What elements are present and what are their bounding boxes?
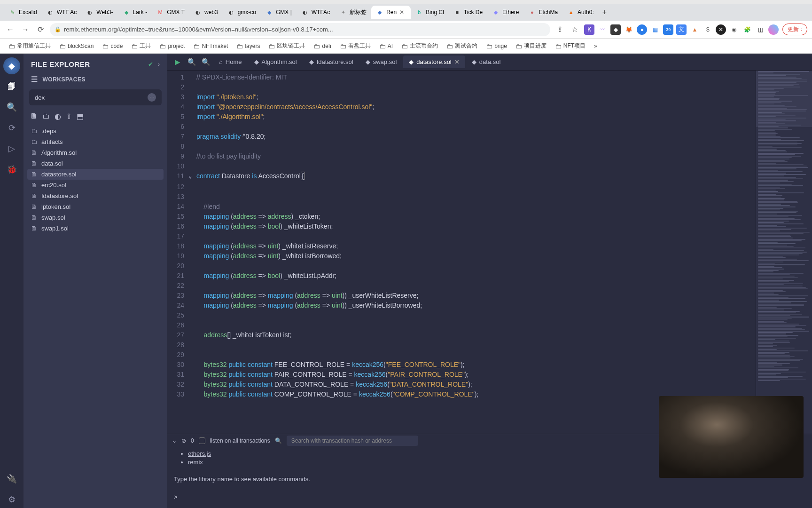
file-explorer-icon[interactable]: 🗐 — [3, 78, 20, 95]
extension-icon[interactable]: K — [584, 24, 594, 35]
workspace-menu-icon[interactable]: ⋯ — [148, 93, 156, 102]
extension-icon[interactable]: ▦ — [650, 24, 660, 35]
extension-icon[interactable]: 🦊 — [624, 24, 634, 35]
listen-checkbox[interactable] — [199, 437, 205, 444]
bookmark-item[interactable]: 🗀主流币合约 — [398, 40, 442, 52]
deploy-icon[interactable]: ▷ — [3, 140, 20, 157]
bookmark-star-icon[interactable]: ☆ — [569, 24, 580, 35]
zoom-in-icon[interactable]: 🔍 — [199, 56, 212, 69]
extension-icon[interactable]: ● — [637, 24, 647, 35]
close-icon[interactable]: ✕ — [399, 9, 406, 16]
bookmark-item[interactable]: 🗀看盘工具 — [336, 40, 375, 52]
extension-icon[interactable]: ◆ — [610, 24, 621, 35]
browser-update-button[interactable]: 更新 : — [782, 24, 807, 35]
tree-item[interactable]: 🗎Idatastore.sol — [27, 190, 164, 201]
minimap[interactable] — [756, 71, 812, 434]
tree-item[interactable]: 🗎Algorithm.sol — [27, 147, 164, 158]
tree-item[interactable]: 🗎datastore.sol — [27, 169, 164, 180]
editor-tab[interactable]: ◆Algorithm.sol — [249, 56, 303, 68]
editor-tab[interactable]: ◆swap.sol — [360, 56, 403, 68]
terminal-clear-icon[interactable]: ⊘ — [181, 437, 186, 444]
browser-tab[interactable]: ▲Auth0: — [562, 6, 599, 19]
bookmark-item[interactable]: 🗀AI — [375, 40, 397, 52]
browser-tab[interactable]: ◐web3 — [189, 6, 223, 19]
browser-tab[interactable]: ◐Web3- — [81, 6, 117, 19]
bookmark-item[interactable]: 🗀区块链工具 — [265, 40, 309, 52]
settings-icon[interactable]: ⚙ — [3, 491, 20, 508]
sidepanel-icon[interactable]: ◫ — [755, 24, 765, 35]
editor-tab[interactable]: ◆data.sol — [466, 56, 507, 68]
nav-reload-button[interactable]: ⟳ — [35, 24, 46, 35]
github-icon[interactable]: ◐ — [55, 112, 61, 121]
extension-icon[interactable]: 39 — [663, 24, 673, 35]
new-folder-icon[interactable]: 🗀 — [42, 112, 50, 121]
workspaces-row[interactable]: ☰ WORKSPACES — [27, 72, 164, 87]
url-bar[interactable]: 🔒 remix.ethereum.org/#optimize=true&runs… — [50, 23, 550, 36]
bookmark-item[interactable]: 🗀blockScan — [55, 40, 97, 52]
bookmark-item[interactable]: 🗀项目进度 — [512, 40, 550, 52]
search-icon[interactable]: 🔍 — [3, 99, 20, 116]
nav-back-button[interactable]: ← — [5, 24, 16, 35]
run-icon[interactable]: ▶ — [171, 56, 184, 69]
plugin-icon[interactable]: 🔌 — [3, 470, 20, 487]
browser-tab[interactable]: ◐WTF Ac — [42, 6, 82, 19]
bookmark-item[interactable]: 🗀brige — [482, 40, 511, 52]
nav-forward-button[interactable]: → — [20, 24, 31, 35]
extensions-menu-icon[interactable]: 🧩 — [742, 24, 752, 35]
extension-icon[interactable]: $ — [703, 24, 713, 35]
extension-icon[interactable]: ▲ — [689, 24, 700, 35]
debugger-icon[interactable]: 🐞 — [3, 161, 20, 178]
bookmark-item[interactable]: 🗀常用通信工具 — [5, 40, 55, 52]
tree-item[interactable]: 🗎data.sol — [27, 158, 164, 169]
bookmark-item[interactable]: 🗀NFTmaket — [189, 40, 232, 52]
bookmarks-overflow-icon[interactable]: » — [590, 41, 601, 51]
tree-item[interactable]: 🗎swap.sol — [27, 212, 164, 223]
tree-item[interactable]: 🗎erc20.sol — [27, 180, 164, 190]
extension-icon[interactable]: ✕ — [716, 24, 726, 35]
browser-tab[interactable]: ●EtchMa — [523, 6, 562, 19]
tree-item[interactable]: 🗎swap1.sol — [27, 223, 164, 234]
editor-tab[interactable]: ◆datastore.sol✕ — [403, 56, 465, 68]
terminal-prompt[interactable]: > — [174, 484, 805, 501]
browser-tab[interactable]: bBing Cl — [411, 6, 449, 19]
new-file-icon[interactable]: 🗎 — [30, 112, 38, 121]
tree-item[interactable]: 🗎lptoken.sol — [27, 201, 164, 212]
close-icon[interactable]: ✕ — [454, 58, 460, 65]
browser-tab[interactable]: ✦新标签 — [335, 6, 371, 19]
browser-tab[interactable]: ◐gmx-co — [223, 6, 261, 19]
browser-tab[interactable]: ◆Ren✕ — [371, 6, 411, 19]
editor-tab[interactable]: ◆Idatastore.sol — [304, 56, 359, 68]
tree-item[interactable]: 🗀artifacts — [27, 136, 164, 147]
workspace-selector[interactable]: dex ⋯ — [29, 89, 162, 105]
tree-item[interactable]: 🗀.deps — [27, 126, 164, 136]
code-editor[interactable]: 1// SPDX-License-Identifier: MIT23import… — [167, 71, 756, 434]
extension-icon[interactable]: 〰 — [597, 24, 608, 35]
bookmark-item[interactable]: 🗀defi — [310, 40, 335, 52]
editor-tab[interactable]: ⌂Home — [213, 56, 248, 68]
browser-tab[interactable]: ■Tick De — [449, 6, 487, 19]
upload-icon[interactable]: ⇧ — [66, 112, 72, 121]
compiler-icon[interactable]: ⟳ — [3, 119, 20, 136]
browser-tab[interactable]: ◐WTFAc — [297, 6, 335, 19]
browser-tab[interactable]: ◆Ethere — [487, 6, 523, 19]
browser-tab[interactable]: ◆Lark - — [118, 6, 152, 19]
profile-avatar[interactable] — [768, 24, 779, 35]
terminal-search-input[interactable]: Search with transaction hash or address — [287, 436, 418, 446]
bookmark-item[interactable]: 🗀NFT项目 — [551, 40, 589, 52]
share-icon[interactable]: ⇪ — [554, 24, 565, 35]
bookmark-item[interactable]: 🗀project — [156, 40, 188, 52]
remix-logo-icon[interactable]: ◆ — [3, 57, 20, 74]
bookmark-item[interactable]: 🗀工具 — [127, 40, 155, 52]
zoom-out-icon[interactable]: 🔍 — [185, 56, 198, 69]
browser-tab[interactable]: ✎Excalid — [4, 6, 42, 19]
extension-icon[interactable]: ◉ — [729, 24, 739, 35]
compile-check-icon[interactable]: ✔ — [148, 61, 153, 68]
terminal-collapse-icon[interactable]: ⌄ — [172, 437, 177, 444]
bookmark-item[interactable]: 🗀code — [98, 40, 126, 52]
browser-tab[interactable]: ◆GMX | — [261, 6, 297, 19]
sidebar-collapse-icon[interactable]: › — [158, 61, 160, 68]
terminal-search-icon[interactable]: 🔍 — [275, 437, 282, 444]
extension-icon[interactable]: 文 — [676, 24, 687, 35]
fold-icon[interactable]: v — [189, 171, 196, 182]
bookmark-item[interactable]: 🗀测试合约 — [443, 40, 481, 52]
